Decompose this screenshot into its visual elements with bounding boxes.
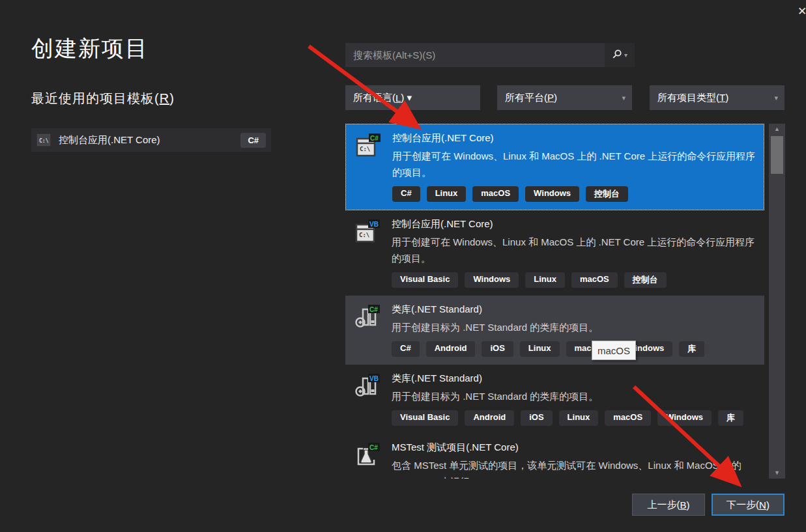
template-tag: Visual Basic xyxy=(392,272,458,288)
svg-text:VB: VB xyxy=(369,375,379,382)
template-list-item[interactable]: C# 类库(.NET Standard) 用于创建目标为 .NET Standa… xyxy=(345,296,764,365)
template-tag: Windows xyxy=(525,186,579,202)
template-tag: Linux xyxy=(520,341,560,357)
scroll-up-icon[interactable]: ▲ xyxy=(769,124,785,135)
template-description: 包含 MSTest 单元测试的项目，该单元测试可在 Windows、Linux … xyxy=(392,457,756,479)
svg-text:C#: C# xyxy=(369,444,378,451)
macos-tag-tooltip: macOS xyxy=(592,341,636,360)
template-tag: Android xyxy=(426,341,476,357)
template-tag: C# xyxy=(392,341,420,357)
recent-template-item[interactable]: C:\ 控制台应用(.NET Core) C# xyxy=(31,128,271,152)
template-tag: macOS xyxy=(605,410,651,426)
template-tag: Linux xyxy=(525,272,565,288)
svg-text:C:\: C:\ xyxy=(360,146,370,152)
chevron-down-icon: ▾ xyxy=(622,94,626,102)
mstest-csharp-icon: C# xyxy=(355,443,380,469)
next-button[interactable]: 下一步(N) xyxy=(712,494,784,516)
template-tag: Windows xyxy=(657,410,712,426)
template-tags: C#LinuxmacOSWindows控制台 xyxy=(392,186,756,202)
scroll-down-icon[interactable]: ▼ xyxy=(769,468,785,479)
template-list-item[interactable]: C:\C# 控制台应用(.NET Core) 用于创建可在 Windows、Li… xyxy=(345,124,764,210)
template-tags: C#AndroidiOSLinuxmacOSWindows库 xyxy=(392,341,756,357)
template-tag: 库 xyxy=(718,410,743,426)
template-tag: iOS xyxy=(521,410,552,426)
template-title: 控制台应用(.NET Core) xyxy=(392,218,756,231)
filter-language-dropdown[interactable]: 所有语言(L) ▾ xyxy=(345,85,480,110)
template-tag: 控制台 xyxy=(586,186,628,202)
template-title: 类库(.NET Standard) xyxy=(392,303,756,316)
search-icon[interactable] xyxy=(612,49,622,62)
search-box: ▾ xyxy=(345,43,635,67)
template-description: 用于创建可在 Windows、Linux 和 MacOS 上的 .NET Cor… xyxy=(392,234,756,266)
template-title: 类库(.NET Standard) xyxy=(392,372,756,385)
template-list-item[interactable]: C:\VB 控制台应用(.NET Core) 用于创建可在 Windows、Li… xyxy=(345,210,764,296)
svg-text:C:\: C:\ xyxy=(359,232,369,238)
template-tag: Windows xyxy=(465,272,519,288)
template-list-item[interactable]: C# MSTest 测试项目(.NET Core) 包含 MSTest 单元测试… xyxy=(345,434,764,479)
template-tag: C# xyxy=(392,186,420,202)
template-tag: iOS xyxy=(482,341,513,357)
template-list-item[interactable]: VB 类库(.NET Standard) 用于创建目标为 .NET Standa… xyxy=(345,365,764,434)
svg-text:C:\: C:\ xyxy=(39,138,49,144)
filter-project-type-label: 所有项目类型(T) xyxy=(657,92,774,104)
template-description: 用于创建目标为 .NET Standard 的类库的项目。 xyxy=(392,388,756,404)
template-tag: 控制台 xyxy=(624,272,667,288)
scrollbar-thumb[interactable] xyxy=(771,136,783,174)
template-tags: Visual BasicAndroidiOSLinuxmacOSWindows库 xyxy=(392,410,756,426)
back-button[interactable]: 上一步(B) xyxy=(632,494,705,516)
template-tag: macOS xyxy=(571,272,618,288)
template-tags: Visual BasicWindowsLinuxmacOS控制台 xyxy=(392,272,756,288)
filter-platform-label: 所有平台(P) xyxy=(505,92,622,104)
library-vb-icon: VB xyxy=(355,374,380,400)
template-title: 控制台应用(.NET Core) xyxy=(392,132,756,145)
template-tag: Linux xyxy=(559,410,599,426)
template-description: 用于创建目标为 .NET Standard 的类库的项目。 xyxy=(392,319,756,335)
template-tag: Linux xyxy=(427,186,467,202)
recent-template-label: 控制台应用(.NET Core) xyxy=(59,134,240,147)
library-csharp-icon: C# xyxy=(355,305,380,331)
template-list: C:\C# 控制台应用(.NET Core) 用于创建可在 Windows、Li… xyxy=(345,124,764,479)
recent-templates-heading: 最近使用的项目模板(R) xyxy=(31,90,175,107)
console-mini-icon: C:\ xyxy=(36,133,51,147)
template-tag: Android xyxy=(465,410,514,426)
console-vb-icon: C:\VB xyxy=(355,219,380,245)
filter-platform-dropdown[interactable]: 所有平台(P) ▾ xyxy=(497,85,632,110)
search-input[interactable] xyxy=(345,43,605,67)
close-icon[interactable]: ✕ xyxy=(798,4,806,20)
list-scrollbar[interactable]: ▲ ▼ xyxy=(769,124,785,479)
search-icon-zone[interactable]: ▾ xyxy=(605,43,635,67)
template-title: MSTest 测试项目(.NET Core) xyxy=(392,441,756,454)
svg-text:VB: VB xyxy=(369,221,379,228)
template-tag: 库 xyxy=(679,341,704,357)
console-csharp-icon: C:\C# xyxy=(356,133,381,160)
svg-text:C#: C# xyxy=(370,135,379,142)
chevron-down-icon: ▾ xyxy=(774,94,778,102)
search-history-caret-icon[interactable]: ▾ xyxy=(624,51,627,59)
create-new-project-dialog: ✕ 创建新项目 最近使用的项目模板(R) C:\ 控制台应用(.NET Core… xyxy=(0,0,806,532)
recent-template-language-badge: C# xyxy=(240,133,266,148)
template-description: 用于创建可在 Windows、Linux 和 MacOS 上的 .NET Cor… xyxy=(392,148,756,180)
page-title: 创建新项目 xyxy=(31,34,149,64)
svg-text:C#: C# xyxy=(369,306,378,313)
template-tag: macOS xyxy=(472,186,519,202)
filter-project-type-dropdown[interactable]: 所有项目类型(T) ▾ xyxy=(650,85,784,110)
template-tag: Visual Basic xyxy=(392,410,458,426)
